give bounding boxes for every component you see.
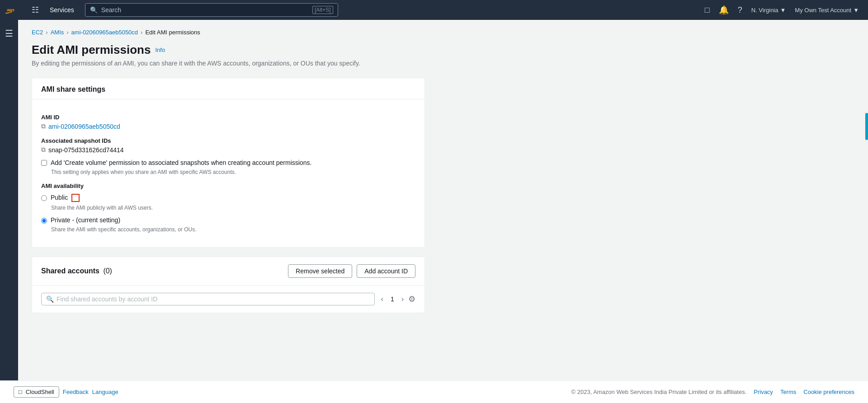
account-selector[interactable]: My Own Test Account ▼ xyxy=(791,5,863,15)
privacy-link[interactable]: Privacy xyxy=(754,389,773,395)
private-radio[interactable] xyxy=(41,218,47,224)
add-account-id-button[interactable]: Add account ID xyxy=(357,264,415,278)
search-row: 🔍 ‹ 1 › ⚙ xyxy=(41,293,415,305)
grid-icon-button[interactable]: ☷ xyxy=(28,3,42,17)
services-label: Services xyxy=(50,6,74,14)
help-icon-button[interactable]: ? xyxy=(734,4,746,17)
card-body: AMI ID ⧉ ami-02060965aeb5050cd Associate… xyxy=(32,107,425,247)
snapshot-label: Associated snapshot IDs xyxy=(41,137,415,144)
search-input[interactable] xyxy=(101,6,309,14)
page-title: Edit AMI permissions Info xyxy=(32,43,854,57)
breadcrumb-ami-id[interactable]: ami-02060965aeb5050cd xyxy=(71,29,138,36)
ami-id-value[interactable]: ⧉ ami-02060965aeb5050cd xyxy=(41,122,415,130)
copy-icon: ⧉ xyxy=(41,122,46,130)
services-nav[interactable]: Services xyxy=(46,5,78,15)
footer: □ CloudShell Feedback Language © 2023, A… xyxy=(0,380,868,403)
shared-accounts-body: 🔍 ‹ 1 › ⚙ xyxy=(32,286,425,313)
info-link[interactable]: Info xyxy=(155,47,165,53)
account-chevron-icon: ▼ xyxy=(853,7,859,14)
search-input-wrap: 🔍 xyxy=(41,293,375,305)
feedback-link[interactable]: Feedback xyxy=(63,389,89,395)
create-volume-checkbox[interactable] xyxy=(41,160,47,166)
breadcrumb-current: Edit AMI permissions xyxy=(145,29,200,36)
public-radio[interactable] xyxy=(41,195,47,201)
sidebar-menu-button[interactable]: ☰ xyxy=(1,24,17,42)
cloudshell-label: CloudShell xyxy=(26,389,54,395)
region-label: N. Virginia xyxy=(751,7,778,14)
checkbox-hint: This setting only applies when you share… xyxy=(51,169,415,175)
language-link[interactable]: Language xyxy=(92,389,118,395)
availability-label: AMI availability xyxy=(41,183,415,189)
ami-id-label: AMI ID xyxy=(41,114,415,121)
card-title: AMI share settings xyxy=(41,85,415,94)
nav-right: □ 🔔 ? N. Virginia ▼ My Own Test Account … xyxy=(701,3,863,17)
sidebar: ☰ xyxy=(0,20,18,403)
shared-accounts-count: (0) xyxy=(103,267,112,275)
red-indicator xyxy=(71,194,80,202)
public-radio-row: Public xyxy=(41,194,415,202)
create-volume-checkbox-row: Add 'Create volume' permission to associ… xyxy=(41,159,415,166)
snapshot-id-text: snap-075d331626cd74414 xyxy=(48,146,124,154)
public-label[interactable]: Public xyxy=(51,194,80,202)
snapshot-copy-icon: ⧉ xyxy=(41,146,46,154)
bell-icon-button[interactable]: 🔔 xyxy=(715,3,732,17)
remove-selected-button[interactable]: Remove selected xyxy=(288,264,352,278)
footer-links: © 2023, Amazon Web Services India Privat… xyxy=(571,389,854,395)
top-navigation: aws ☷ Services 🔍 [Alt+S] □ 🔔 ? N. Virgin… xyxy=(0,0,868,20)
create-volume-label[interactable]: Add 'Create volume' permission to associ… xyxy=(51,159,311,166)
breadcrumb-sep-2: › xyxy=(66,29,68,36)
svg-text:aws: aws xyxy=(7,8,14,12)
breadcrumb-amis[interactable]: AMIs xyxy=(51,29,64,36)
search-shortcut: [Alt+S] xyxy=(312,6,333,14)
breadcrumb-sep-1: › xyxy=(46,29,47,36)
page-number: 1 xyxy=(388,295,397,303)
ami-id-text: ami-02060965aeb5050cd xyxy=(48,123,120,130)
shared-accounts-header: Shared accounts (0) Remove selected Add … xyxy=(32,257,425,286)
breadcrumb: EC2 › AMIs › ami-02060965aeb5050cd › Edi… xyxy=(32,29,854,36)
next-page-button[interactable]: › xyxy=(400,293,406,305)
breadcrumb-ec2[interactable]: EC2 xyxy=(32,29,43,36)
main-content: EC2 › AMIs › ami-02060965aeb5050cd › Edi… xyxy=(18,20,868,403)
search-icon: 🔍 xyxy=(46,295,54,303)
snapshot-id-row: ⧉ snap-075d331626cd74414 xyxy=(41,146,415,154)
prev-page-button[interactable]: ‹ xyxy=(379,293,385,305)
cookie-preferences-link[interactable]: Cookie preferences xyxy=(803,389,854,395)
public-hint: Share the AMI publicly with all AWS user… xyxy=(51,205,415,211)
search-icon: 🔍 xyxy=(90,6,98,14)
shared-accounts-title: Shared accounts (0) xyxy=(41,267,112,275)
ami-share-settings-card: AMI share settings AMI ID ⧉ ami-02060965… xyxy=(32,78,425,248)
terms-link[interactable]: Terms xyxy=(780,389,796,395)
pagination-controls: ‹ 1 › ⚙ xyxy=(379,293,415,305)
breadcrumb-sep-3: › xyxy=(141,29,142,36)
terminal-icon-button[interactable]: □ xyxy=(701,4,713,17)
private-radio-row: Private - (current setting) xyxy=(41,216,415,224)
region-selector[interactable]: N. Virginia ▼ xyxy=(748,5,790,15)
cloudshell-button[interactable]: □ CloudShell xyxy=(14,386,59,398)
table-settings-button[interactable]: ⚙ xyxy=(408,294,415,304)
shared-accounts-search[interactable] xyxy=(57,295,370,303)
copyright-text: © 2023, Amazon Web Services India Privat… xyxy=(571,389,747,395)
private-hint: Share the AMI with specific accounts, or… xyxy=(51,226,415,233)
account-label: My Own Test Account xyxy=(795,7,851,14)
private-label[interactable]: Private - (current setting) xyxy=(51,216,120,224)
shared-accounts-actions: Remove selected Add account ID xyxy=(288,264,415,278)
card-header: AMI share settings xyxy=(32,78,425,99)
region-chevron-icon: ▼ xyxy=(780,7,786,14)
aws-logo[interactable]: aws xyxy=(5,5,23,15)
footer-left: □ CloudShell Feedback Language xyxy=(14,386,118,398)
shared-accounts-card: Shared accounts (0) Remove selected Add … xyxy=(32,257,425,313)
cloudshell-icon: □ xyxy=(19,389,22,395)
search-bar: 🔍 [Alt+S] xyxy=(85,3,338,17)
scroll-indicator xyxy=(865,113,868,140)
page-subtitle: By editing the permissions of an AMI, yo… xyxy=(32,60,854,67)
